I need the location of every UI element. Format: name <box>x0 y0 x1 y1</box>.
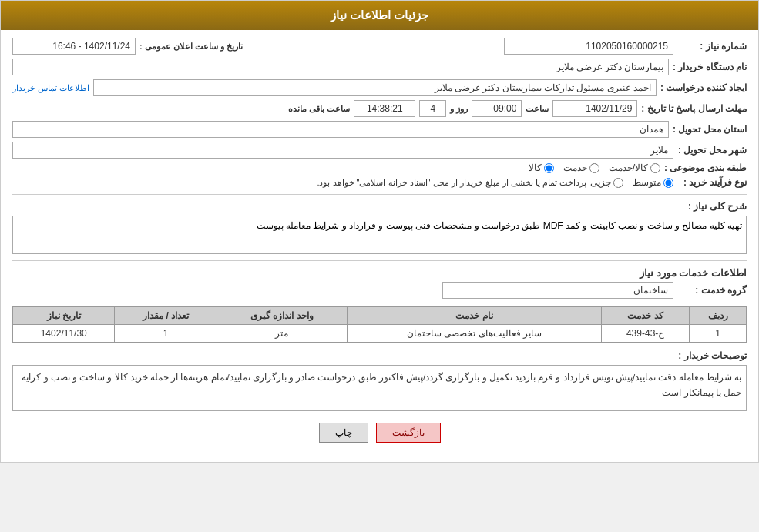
city-value: ملایر <box>12 142 673 159</box>
purchase-type-row: نوع فرآیند خرید : متوسط جزیی پرداخت تمام… <box>12 177 747 188</box>
category-option-label: خدمت <box>563 162 587 173</box>
announcement-value: 1402/11/24 - 16:46 <box>12 38 136 55</box>
need-number-label: شماره نیاز : <box>677 41 747 52</box>
print-button[interactable]: چاپ <box>319 423 368 443</box>
purchase-type-label-jozi: جزیی <box>590 177 611 188</box>
creator-row: ایجاد کننده درخواست : احمد عنبری مسئول ت… <box>12 79 747 96</box>
category-radio-group: کالا/خدمت خدمت کالا <box>529 162 660 173</box>
description-row: شرح کلی نیاز : تهیه کلیه مصالح و ساخت و … <box>12 201 747 254</box>
province-value: همدان <box>12 121 669 138</box>
remaining-label: ساعت باقی مانده <box>288 104 350 114</box>
remaining-time: 14:38:21 <box>354 100 415 117</box>
creator-label: ایجاد کننده درخواست : <box>660 82 747 93</box>
service-group-value: ساختمان <box>442 282 673 299</box>
category-option-kala-khedmat[interactable]: کالا/خدمت <box>609 162 660 173</box>
category-option-label: کالا <box>529 162 542 173</box>
send-time-label: ساعت <box>526 104 549 114</box>
province-label: استان محل تحویل : <box>673 124 747 135</box>
description-textarea[interactable]: تهیه کلیه مصالح و ساخت و نصب کابینت و کم… <box>12 216 747 254</box>
buyer-notes-row: توصیحات خریدار : به شرایط معامله دقت نما… <box>12 350 747 411</box>
divider-2 <box>12 260 747 261</box>
category-label: طبقه بندی موضوعی : <box>664 162 747 173</box>
service-group-row: گروه خدمت : ساختمان <box>12 282 747 299</box>
cell-date: 1402/11/30 <box>13 325 115 343</box>
service-group-label: گروه خدمت : <box>677 285 747 296</box>
purchase-type-label-motavasset: متوسط <box>633 177 661 188</box>
services-title: اطلاعات خدمات مورد نیاز <box>12 267 747 279</box>
cell-row-num: 1 <box>690 325 747 343</box>
col-header-date: تاریخ نیاز <box>13 307 115 325</box>
send-days: 4 <box>419 100 446 117</box>
back-button[interactable]: بازگشت <box>376 423 441 443</box>
button-group: بازگشت چاپ <box>12 423 747 443</box>
org-name-row: نام دستگاه خریدار : بیمارستان دکتر غرضی … <box>12 59 747 75</box>
cell-quantity: 1 <box>115 325 217 343</box>
purchase-type-radio-group: متوسط جزیی <box>590 177 673 188</box>
category-option-kala[interactable]: کالا <box>529 162 554 173</box>
services-table-section: ردیف کد خدمت نام خدمت واحد اندازه گیری ت… <box>12 306 747 343</box>
need-number-value: 1102050160000215 <box>504 38 673 55</box>
category-option-khedmat[interactable]: خدمت <box>563 162 599 173</box>
cell-unit: متر <box>217 325 348 343</box>
contact-info-link[interactable]: اطلاعات تماس خریدار <box>12 83 89 93</box>
purchase-type-label: نوع فرآیند خرید : <box>677 177 747 188</box>
buyer-notes-label: توصیحات خریدار : <box>677 350 747 361</box>
cell-service-code: ج-43-439 <box>602 325 690 343</box>
send-time: 09:00 <box>472 100 522 117</box>
purchase-type-note: پرداخت تمام یا بخشی از مبلغ خریدار از مح… <box>12 178 586 188</box>
page-header: جزئیات اطلاعات نیاز <box>1 1 758 30</box>
divider-1 <box>12 194 747 195</box>
description-label: شرح کلی نیاز : <box>677 201 747 212</box>
services-table: ردیف کد خدمت نام خدمت واحد اندازه گیری ت… <box>12 306 747 343</box>
province-row: استان محل تحویل : همدان <box>12 121 747 138</box>
col-header-row-num: ردیف <box>690 307 747 325</box>
purchase-type-option-jozi[interactable]: جزیی <box>590 177 623 188</box>
category-option-label: کالا/خدمت <box>609 162 648 173</box>
city-row: شهر محل تحویل : ملایر <box>12 142 747 159</box>
need-number-row: شماره نیاز : 1102050160000215 تاریخ و سا… <box>12 38 747 55</box>
creator-value: احمد عنبری مسئول تدارکات بیمارستان دکتر … <box>93 79 657 96</box>
buyer-notes-value: به شرایط معامله دقت نمایید/پیش نویس فرار… <box>12 365 747 411</box>
category-row: طبقه بندی موضوعی : کالا/خدمت خدمت کالا <box>12 162 747 173</box>
col-header-quantity: تعداد / مقدار <box>115 307 217 325</box>
org-name-value: بیمارستان دکتر غرضی ملایر <box>12 59 669 75</box>
col-header-service-name: نام خدمت <box>348 307 602 325</box>
cell-service-name: سایر فعالیت‌های تخصصی ساختمان <box>348 325 602 343</box>
col-header-service-code: کد خدمت <box>602 307 690 325</box>
table-row: 1 ج-43-439 سایر فعالیت‌های تخصصی ساختمان… <box>13 325 747 343</box>
page-title: جزئیات اطلاعات نیاز <box>331 8 428 22</box>
purchase-type-option-motavasset[interactable]: متوسط <box>633 177 673 188</box>
send-deadline-row: مهلت ارسال پاسخ تا تاریخ : 1402/11/29 سا… <box>12 100 747 117</box>
send-deadline-label: مهلت ارسال پاسخ تا تاریخ : <box>641 103 747 114</box>
city-label: شهر محل تحویل : <box>677 145 747 156</box>
announcement-label: تاریخ و ساعت اعلان عمومی : <box>139 42 243 52</box>
send-date: 1402/11/29 <box>552 100 637 117</box>
send-days-label: روز و <box>450 104 468 114</box>
org-name-label: نام دستگاه خریدار : <box>673 62 747 72</box>
col-header-unit: واحد اندازه گیری <box>217 307 348 325</box>
